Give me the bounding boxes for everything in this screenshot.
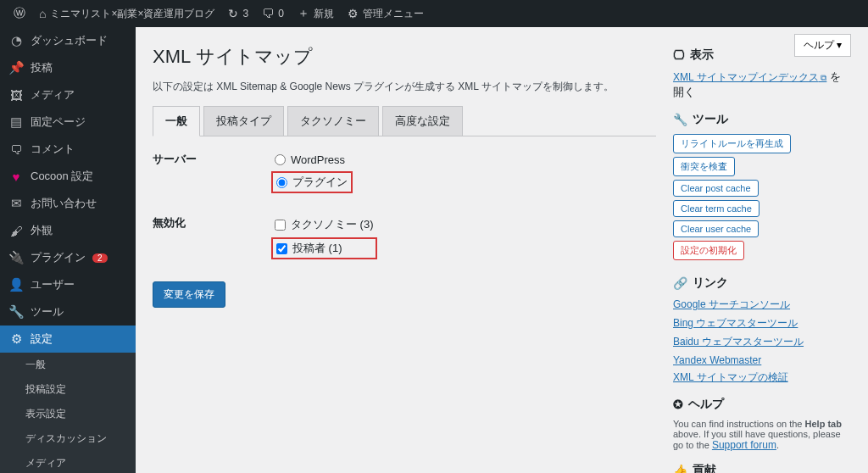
disable-option-taxonomies[interactable]: タクソノミー (3) [271,215,377,234]
sub-reading[interactable]: 表示設定 [0,402,136,426]
brush-icon: 🖌 [8,224,24,238]
server-option-wordpress[interactable]: WordPress [271,152,353,168]
link-baidu[interactable]: Baidu ウェブマスターツール [673,336,804,348]
wordpress-icon: ⓦ [14,6,25,21]
media-icon: 🖾 [8,88,24,103]
tab-post-types[interactable]: 投稿タイプ [203,106,284,136]
display-icon: 🖵 [673,48,685,62]
pin-icon: 📌 [8,60,24,75]
menu-pages[interactable]: ▤固定ページ [0,109,136,136]
menu-settings[interactable]: ⚙設定 [0,326,136,353]
tool-clear-post[interactable]: Clear post cache [673,180,759,197]
help-text: You can find instructions on the Help ta… [673,419,851,451]
tab-advanced[interactable]: 高度な設定 [382,106,463,136]
disable-label: 無効化 [153,215,271,263]
plugins-badge: 2 [92,253,108,263]
tool-conflict[interactable]: 衝突を検査 [673,157,735,176]
adminbar-site[interactable]: ⌂ミニマリスト×副業×資産運用ブログ [32,7,221,21]
wrench-icon: 🔧 [8,304,24,320]
menu-dashboard[interactable]: ◔ダッシュボード [0,27,136,54]
admin-sidebar: ◔ダッシュボード 📌投稿 🖾メディア ▤固定ページ 🗨コメント ♥Cocoon … [0,27,136,473]
menu-cocoon[interactable]: ♥Cocoon 設定 [0,163,136,190]
page-title: XML サイトマップ [153,44,656,70]
disable-checkbox-authors[interactable] [276,243,287,254]
sub-discussion[interactable]: ディスカッション [0,426,136,451]
comment-icon: 🗨 [262,7,274,20]
sub-general[interactable]: 一般 [0,353,136,377]
server-option-plugin[interactable]: プラグイン [271,171,353,193]
tab-general[interactable]: 一般 [153,106,200,136]
tab-taxonomies[interactable]: タクソノミー [287,106,379,136]
help-toggle[interactable]: ヘルプ ▾ [794,34,851,57]
menu-plugins[interactable]: 🔌プラグイン2 [0,244,136,271]
adminbar-new[interactable]: ＋新規 [291,6,341,21]
sitemap-index-link[interactable]: XML サイトマップインデックス [673,71,826,83]
link-bing[interactable]: Bing ウェブマスターツール [673,317,798,329]
plus-icon: ＋ [298,6,309,21]
disable-checkbox-taxonomies[interactable] [275,220,286,231]
save-button[interactable]: 変更を保存 [153,281,225,308]
settings-submenu: 一般 投稿設定 表示設定 ディスカッション メディア パーマリンク プライバシー… [0,353,136,473]
mail-icon: ✉ [8,196,24,211]
home-icon: ⌂ [39,7,46,20]
menu-tools[interactable]: 🔧ツール [0,298,136,326]
admin-bar: ⓦ ⌂ミニマリスト×副業×資産運用ブログ ↻3 🗨0 ＋新規 ⚙管理メニュー [0,0,868,27]
contribute-heading: 👍貢献 [673,463,851,473]
plugin-icon: 🔌 [8,250,24,265]
adminbar-comments[interactable]: 🗨0 [255,7,291,20]
tool-clear-term[interactable]: Clear term cache [673,200,760,217]
links-heading: 🔗リンク [673,275,851,291]
dashboard-icon: ◔ [8,33,24,48]
adminbar-wp-logo[interactable]: ⓦ [7,6,32,21]
link-google[interactable]: Google サーチコンソール [673,298,790,310]
adminbar-admin-menu[interactable]: ⚙管理メニュー [341,7,431,21]
page-description: 以下の設定は XML Sitemap & Google News プラグインが生… [153,80,656,94]
support-forum-link[interactable]: Support forum [712,439,776,451]
comment-icon: 🗨 [8,142,24,157]
heart-icon: ♥ [8,170,24,184]
sub-media[interactable]: メディア [0,451,136,473]
tool-clear-user[interactable]: Clear user cache [673,220,759,237]
server-radio-plugin[interactable] [276,177,287,188]
link-icon: 🔗 [673,276,687,290]
tools-icon: 🔧 [673,113,687,126]
menu-appearance[interactable]: 🖌外観 [0,217,136,244]
tools-heading: 🔧ツール [673,112,851,127]
menu-media[interactable]: 🖾メディア [0,81,136,109]
page-icon: ▤ [8,114,24,130]
user-icon: 👤 [8,277,24,292]
tool-rewrite[interactable]: リライトルールを再生成 [673,134,791,153]
settings-tabs: 一般 投稿タイプ タクソノミー 高度な設定 [153,106,656,136]
menu-contact[interactable]: ✉お問い合わせ [0,190,136,217]
server-radio-wordpress[interactable] [275,154,286,165]
help-heading: ✪ヘルプ [673,397,851,412]
link-validate[interactable]: XML サイトマップの検証 [673,371,788,383]
sliders-icon: ⚙ [8,331,24,347]
help-icon: ✪ [673,398,683,411]
sidebar-boxes: 🖵表示 XML サイトマップインデックス を開く 🔧ツール リライトルールを再生… [673,36,851,473]
menu-users[interactable]: 👤ユーザー [0,271,136,298]
disable-option-authors[interactable]: 投稿者 (1) [271,237,377,259]
menu-posts[interactable]: 📌投稿 [0,54,136,81]
update-icon: ↻ [228,7,238,20]
server-label: サーバー [153,152,271,197]
tool-reset[interactable]: 設定の初期化 [673,241,744,260]
thumb-icon: 👍 [673,464,687,473]
gear-icon: ⚙ [348,7,359,20]
menu-comments[interactable]: 🗨コメント [0,136,136,163]
adminbar-updates[interactable]: ↻3 [221,7,255,20]
sub-writing[interactable]: 投稿設定 [0,377,136,402]
link-yandex[interactable]: Yandex Webmaster [673,354,761,366]
